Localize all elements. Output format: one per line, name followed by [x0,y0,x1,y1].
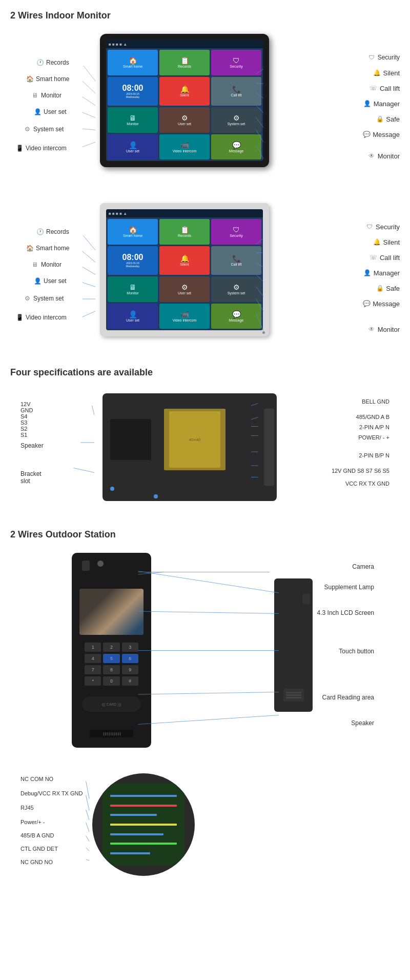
svg-line-1 [83,81,96,93]
ann-videointercom-white: 📱 Video intercom [15,313,67,322]
videointercom-icon-w: 📱 [15,313,24,322]
videointercom-icon: 📱 [15,144,24,152]
section-title-indoor: 2 Wires Indoor Monitor [10,10,400,21]
svg-line-26 [92,406,95,415]
safe-icon: 🔒 [376,115,384,123]
wiring-nc-com-no: NC COM NO [20,776,53,782]
silent-icon: 🔔 [373,69,381,77]
wiring-debug-vcc: Debug/VCC RX TX GND [20,790,83,796]
ann-userset-left: 👤 User set [33,108,67,116]
monitor-frame-black: ■ ■ ■ ■ ▲ 🏠Smart home 📋Records 🛡Security… [100,34,269,167]
security-icon: 🛡 [367,53,376,62]
spec-label-2pin-b: 2-PIN B/P N [359,452,389,458]
svg-line-15 [83,267,96,274]
spec-label-485: 485/GND A B [356,414,389,420]
ann-userset-white: 👤 User set [33,277,67,285]
svg-line-46 [86,823,89,832]
outdoor-label-camera: Camera [352,563,374,570]
monitor-icon-left: 🖥 [31,91,39,99]
svg-line-3 [83,112,96,117]
ann-security-right: 🛡 Security [367,53,400,62]
svg-line-18 [83,311,96,317]
outdoor-device: 1 2 3 4 5 6 7 8 9 * 0 # ((( CARD ))) [72,553,151,748]
section-title-outdoor: 2 Wires Outdoor Station [10,529,400,540]
ann-videointercom-left: 📱 Video intercom [15,144,67,152]
spec-label-2pin-a: 2-PIN A/P N [359,424,389,430]
svg-line-39 [138,611,279,614]
section-outdoor: 2 Wires Outdoor Station 1 2 3 4 5 6 [10,529,400,891]
safe-icon-w: 🔒 [376,284,384,292]
spec-label-bell: BELL GND [362,398,389,405]
svg-line-44 [86,795,89,811]
ann-security-right-w: 🛡 Security [365,223,400,231]
ann-calllift-right-w: ☏ Call lift [370,253,400,262]
svg-line-43 [86,781,89,798]
svg-line-14 [83,251,96,263]
ann-records-left: 🕐 Records [36,58,69,67]
ann-manager-right: 👤 Manager [363,99,400,108]
ann-smarthome-white: 🏠 Smart home [26,244,69,252]
records-icon-w: 🕐 [36,228,44,236]
monitor-diagram-white: 🕐 Records 🏠 Smart home 🖥 Monitor 👤 User … [10,193,400,347]
ann-message-right-w: 💬 Message [362,299,400,308]
section-indoor-monitor: 2 Wires Indoor Monitor 🕐 Records 🏠 Smart… [10,10,400,347]
systemset-icon: ⚙ [23,125,31,133]
message-icon-w: 💬 [362,299,371,308]
wiring-lines [20,763,400,891]
silent-icon-w: 🔔 [373,238,381,246]
monitor-icon-right-w: 👁 [367,325,376,333]
calllift-icon: ☏ [370,84,378,92]
specs-diagram: 40×40 12V GND S4 S3 S2 S1 Speaker Bracke… [20,386,389,509]
ann-message-right: 💬 Message [362,130,400,138]
outdoor-label-lamp: Supplement Lamp [324,584,374,591]
spec-label-vcc: VCC RX TX GND [345,481,389,487]
svg-line-47 [86,836,89,842]
wiring-power: Power/+ - [20,819,45,825]
manager-icon-w: 👤 [363,269,372,277]
section-title-specs: Four specifications are available [10,367,400,378]
device-back-panel: 40×40 [102,393,277,501]
wiring-485-b: 485/B A GND [20,832,54,838]
svg-line-38 [138,571,279,593]
wiring-rj45: RJ45 [20,805,34,811]
svg-line-28 [74,468,95,473]
ann-monitor-right-w: 👁 Monitor [367,325,400,333]
monitor-screen-white: ■ ■ ■ ■ ▲ 🏠Smart home 📋Records 🛡Security… [106,209,263,330]
ann-monitor-right: 👁 Monitor [367,152,400,160]
spec-label-speaker: Speaker [20,442,44,449]
monitor-frame-white: ■ ■ ■ ■ ▲ 🏠Smart home 📋Records 🛡Security… [100,203,269,336]
records-icon: 🕐 [36,58,44,67]
svg-line-16 [83,283,96,287]
monitor-screen-black: ■ ■ ■ ■ ▲ 🏠Smart home 📋Records 🛡Security… [106,40,263,161]
svg-line-2 [83,97,96,106]
spec-label-12v: 12V GND S4 S3 S2 S1 [20,401,33,438]
svg-line-42 [138,715,279,725]
svg-line-49 [86,859,89,861]
wiring-nc-gnd-no: NC GND NO [20,859,53,865]
ann-smarthome-left: 🏠 Smart home [26,75,69,83]
ann-monitor-white: 🖥 Monitor [31,261,61,269]
ann-silent-right-w: 🔔 Silent [373,238,400,246]
ann-silent-right: 🔔 Silent [373,69,400,77]
svg-line-4 [83,129,96,130]
ann-manager-right-w: 👤 Manager [363,269,400,277]
outdoor-label-touch: Touch button [339,648,374,655]
ann-calllift-right: ☏ Call lift [370,84,400,92]
svg-line-41 [138,692,279,695]
ann-systemset-left: ⚙ System set [23,125,64,133]
svg-line-48 [86,848,89,851]
smarthome-icon-w: 🏠 [26,244,34,252]
userset-icon-w: 👤 [33,277,42,285]
svg-line-13 [84,236,96,251]
monitor-icon-w: 🖥 [31,261,39,269]
systemset-icon-w: ⚙ [23,294,31,303]
smarthome-icon: 🏠 [26,75,34,83]
wiring-ctl: CTL GND DET [20,846,58,852]
svg-line-5 [83,142,96,147]
ann-systemset-white: ⚙ System set [23,294,64,303]
outdoor-label-speaker: Speaker [351,719,374,727]
calllift-icon-w: ☏ [370,253,378,262]
security-icon-w: 🛡 [365,223,374,231]
manager-icon: 👤 [363,99,372,108]
spec-label-bracket: Bracket slot [20,470,42,485]
